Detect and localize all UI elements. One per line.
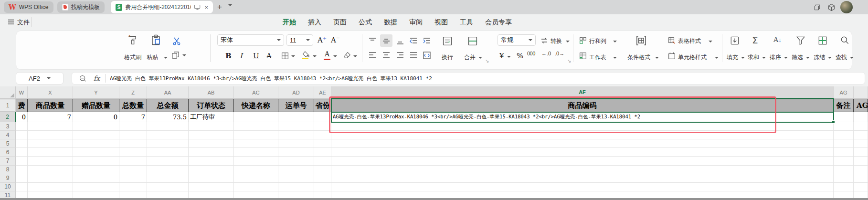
format-painter-icon[interactable] [127, 34, 138, 46]
empty-cell[interactable] [189, 157, 234, 165]
empty-cell[interactable] [147, 139, 189, 148]
header-cell[interactable]: 总金额 [147, 99, 189, 112]
cell-style-button[interactable]: 单元格样式 [678, 53, 707, 62]
header-cell[interactable]: 商品数量 [28, 99, 73, 112]
column-letter[interactable]: W [16, 86, 28, 99]
freeze-caret-icon[interactable] [828, 57, 832, 59]
filter-funnel-icon[interactable] [795, 35, 806, 46]
row-number[interactable]: 6 [0, 148, 16, 157]
empty-cell[interactable] [16, 174, 28, 183]
empty-cell[interactable] [278, 131, 314, 139]
row-number[interactable]: 7 [0, 157, 16, 165]
empty-cell[interactable] [854, 148, 868, 157]
increase-font-button[interactable]: A+ [318, 35, 327, 44]
empty-cell[interactable] [16, 148, 28, 157]
new-tab-button[interactable]: + [217, 2, 222, 12]
fx-icon[interactable]: fx [94, 74, 100, 82]
empty-cell[interactable] [147, 174, 189, 183]
paste-icon[interactable] [150, 34, 162, 46]
menu-tab-数据[interactable]: 数据 [384, 18, 397, 27]
find-button[interactable]: 查找 [836, 53, 847, 62]
tab-active-spreadsheet[interactable]: S 费用合并明细-202412201642 × [111, 1, 213, 13]
empty-cell[interactable] [314, 131, 331, 139]
empty-cell[interactable] [189, 183, 234, 191]
row-number[interactable]: 8 [0, 166, 16, 174]
column-letter[interactable]: AC [234, 86, 278, 99]
empty-cell[interactable] [834, 157, 854, 165]
wrap-text-icon[interactable] [442, 35, 453, 47]
header-cell[interactable]: 订单状态 [189, 99, 234, 112]
align-middle-icon[interactable] [381, 36, 391, 46]
decrease-font-button[interactable]: A− [331, 35, 340, 44]
font-color-caret-icon[interactable] [333, 55, 337, 57]
menu-tab-页面[interactable]: 页面 [333, 18, 347, 27]
font-color-button[interactable]: A [324, 50, 330, 60]
empty-cell[interactable] [854, 122, 868, 131]
sum-caret-icon[interactable] [762, 57, 766, 59]
eraser-caret-icon[interactable] [353, 55, 357, 57]
dialog-launcher-icon[interactable]: ↘ [485, 58, 489, 63]
name-box[interactable]: AF2 [16, 72, 64, 84]
empty-cell[interactable] [331, 139, 834, 148]
cell-AC2[interactable] [234, 112, 278, 122]
empty-cell[interactable] [189, 122, 234, 131]
empty-cell[interactable] [834, 166, 854, 174]
menu-tab-视图[interactable]: 视图 [434, 18, 448, 27]
empty-cell[interactable] [189, 131, 234, 139]
find-icon[interactable] [839, 35, 850, 46]
empty-cell[interactable] [147, 122, 189, 131]
menu-tab-开始[interactable]: 开始 [283, 18, 296, 27]
tab-list-caret-icon[interactable] [228, 4, 232, 6]
freeze-button[interactable]: 冻结 [814, 53, 825, 62]
empty-cell[interactable] [331, 148, 834, 157]
empty-cell[interactable] [189, 139, 234, 148]
cell-AE2[interactable] [314, 112, 331, 122]
empty-cell[interactable] [834, 122, 854, 131]
column-letter[interactable]: AG [834, 86, 854, 99]
empty-cell[interactable] [119, 131, 147, 139]
find-caret-icon[interactable] [850, 57, 854, 59]
cell-AA2[interactable]: 73.5 [147, 112, 189, 122]
empty-cell[interactable] [119, 157, 147, 165]
wrap-text-button[interactable]: 换行 [442, 53, 453, 62]
empty-cell[interactable] [147, 183, 189, 191]
italic-button[interactable]: I [240, 52, 243, 60]
empty-cell[interactable] [314, 174, 331, 183]
formula-content[interactable]: AG哑光壳-白色-苹果13ProMax-KA18046 *3<br/>AG哑光壳… [110, 75, 432, 82]
empty-cell[interactable] [16, 122, 28, 131]
empty-cell[interactable] [189, 166, 234, 174]
sum-button[interactable]: 求和 [748, 53, 759, 62]
empty-cell[interactable] [73, 131, 119, 139]
merge-cells-button[interactable]: 合并 [464, 53, 476, 62]
column-letter[interactable]: AA [147, 86, 189, 99]
empty-cell[interactable] [854, 174, 868, 183]
sort-button[interactable]: 排序 [770, 53, 781, 62]
empty-cell[interactable] [119, 174, 147, 183]
empty-cell[interactable] [28, 174, 73, 183]
empty-cell[interactable] [119, 139, 147, 148]
cell-AF2-active[interactable]: AG哑光壳-白色-苹果13ProMax-KA18046 *3<br/>AG哑光壳… [331, 112, 834, 122]
tab-wps-home[interactable]: W WPS Office [4, 1, 53, 13]
empty-cell[interactable] [16, 131, 28, 139]
fill-button[interactable]: 填充 [727, 53, 738, 62]
header-cell[interactable]: 运单号 [278, 99, 314, 112]
menu-tab-审阅[interactable]: 审阅 [409, 18, 423, 27]
empty-cell[interactable] [28, 148, 73, 157]
empty-cell[interactable] [834, 148, 854, 157]
conditional-format-caret-icon[interactable] [655, 57, 659, 59]
row-number-selected[interactable]: 2 [0, 112, 16, 122]
empty-cell[interactable] [331, 122, 834, 131]
row-number[interactable]: 5 [0, 139, 16, 148]
convert-button[interactable]: 转换 [550, 37, 562, 45]
empty-cell[interactable] [73, 157, 119, 165]
convert-caret-icon[interactable] [566, 41, 570, 42]
column-letter[interactable]: Y [73, 86, 119, 99]
formula-input-panel[interactable]: fx AG哑光壳-白色-苹果13ProMax-KA18046 *3<br/>AG… [72, 72, 865, 84]
empty-cell[interactable] [834, 131, 854, 139]
header-cell[interactable]: 总数量 [119, 99, 147, 112]
empty-cell[interactable] [278, 166, 314, 174]
empty-cell[interactable] [28, 122, 73, 131]
fill-down-icon[interactable] [730, 35, 740, 46]
copy-icon[interactable] [171, 51, 180, 60]
empty-cell[interactable] [147, 131, 189, 139]
